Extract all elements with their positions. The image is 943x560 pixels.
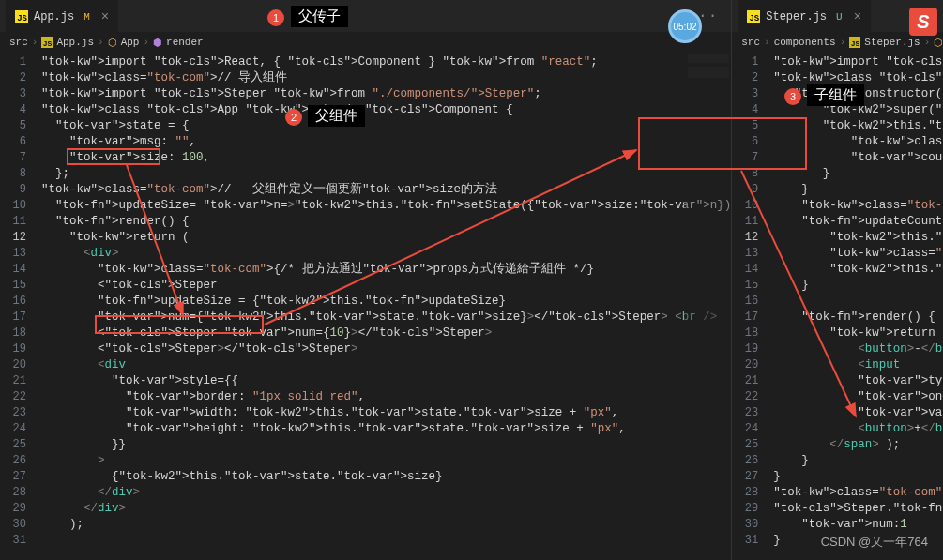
annotation-child-component: 子组件: [807, 84, 864, 106]
tab-steper-js[interactable]: JS Steper.js U ×: [738, 0, 871, 32]
code-content[interactable]: "tok-kw">import "tok-cls">React, { "tok-…: [38, 53, 731, 560]
code-content[interactable]: "tok-kw">import "tok-cls">React, { "tok-…: [769, 53, 943, 560]
close-icon[interactable]: ×: [101, 9, 109, 24]
timer-badge: 05:02: [668, 9, 702, 43]
annotation-badge-2: 2: [285, 109, 302, 126]
tab-modified-badge: M: [84, 11, 90, 23]
annotation-parent-component: 父组件: [308, 105, 365, 127]
tab-label: App.js: [34, 10, 74, 23]
line-gutter: 1234567891011121314151617181920212223242…: [0, 53, 38, 560]
tab-untracked-badge: U: [836, 11, 843, 23]
minimap[interactable]: [684, 53, 731, 560]
annotation-badge-1: 1: [267, 9, 284, 26]
sogou-icon: S: [909, 8, 937, 36]
code-editor-right[interactable]: 1234567891011121314151617181920212223242…: [732, 53, 943, 560]
watermark: CSDN @又一年764: [821, 534, 928, 551]
tab-bar-left: JS App.js M × ···: [0, 0, 731, 32]
line-gutter: 1234567891011121314151617181920212223242…: [732, 53, 769, 560]
js-icon: JS: [15, 10, 28, 23]
tab-app-js[interactable]: JS App.js M ×: [6, 0, 118, 32]
editor-pane-left: JS App.js M × ··· src› JS App.js› ⬡App› …: [0, 0, 732, 560]
close-icon[interactable]: ×: [854, 9, 861, 24]
annotation-badge-3: 3: [784, 88, 801, 105]
tab-label: Steper.js: [766, 10, 827, 23]
code-editor-left[interactable]: 1234567891011121314151617181920212223242…: [0, 53, 731, 560]
js-icon: JS: [849, 37, 860, 48]
breadcrumb-left[interactable]: src› JS App.js› ⬡App› ⬢render: [0, 32, 731, 53]
js-icon: JS: [747, 10, 760, 23]
annotation-parent-to-child: 父传子: [291, 6, 348, 27]
js-icon: JS: [41, 37, 53, 48]
